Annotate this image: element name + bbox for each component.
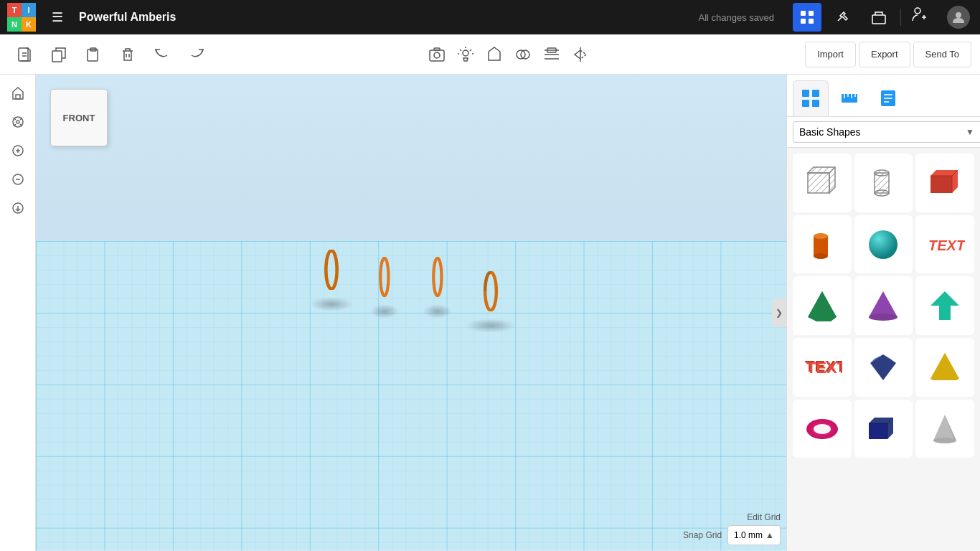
zoom-out-button[interactable] [5, 166, 31, 192]
logo-n: N [7, 17, 22, 32]
left-sidebar [0, 75, 36, 551]
snap-value-input[interactable]: 1.0 mm ▲ [727, 525, 781, 545]
logo-t: T [7, 3, 22, 17]
snap-value: 1.0 mm [734, 530, 763, 540]
svg-rect-19 [434, 48, 440, 50]
shape-3d-text[interactable]: TEXT [915, 215, 974, 274]
shape-cylinder-hole[interactable] [854, 154, 913, 212]
tab-notes[interactable] [870, 80, 906, 116]
undo-button[interactable] [146, 39, 178, 70]
svg-marker-94 [933, 415, 956, 441]
new-design-button[interactable] [9, 39, 40, 70]
camera-button[interactable] [424, 42, 450, 67]
shape-box[interactable] [915, 154, 974, 212]
ring-shadow-1 [310, 297, 353, 311]
svg-marker-86 [870, 354, 896, 380]
svg-point-18 [434, 52, 440, 58]
shape-pyramid-yellow[interactable] [915, 338, 974, 397]
logo-k: K [22, 17, 36, 32]
edit-grid-row: Edit Grid [747, 512, 781, 522]
svg-marker-90 [930, 353, 959, 380]
tools-button[interactable] [829, 3, 857, 32]
svg-point-71 [875, 190, 889, 196]
svg-rect-1 [809, 11, 814, 16]
svg-point-77 [869, 230, 897, 259]
shape-subtract-button[interactable] [481, 42, 507, 67]
ring-2 [364, 257, 405, 297]
svg-point-72 [875, 170, 889, 176]
send-to-button[interactable]: Send To [913, 42, 971, 67]
paste-button[interactable] [77, 39, 109, 70]
right-panel: Basic Shapes ▼ [786, 75, 980, 551]
svg-rect-3 [809, 19, 814, 24]
light-button[interactable] [453, 42, 479, 67]
svg-rect-4 [872, 15, 885, 24]
shapes-grid: TEXT [787, 148, 980, 551]
svg-rect-54 [802, 90, 809, 97]
project-title: Powerful Amberis [79, 11, 691, 24]
shape-cylinder[interactable] [793, 215, 852, 274]
export-button[interactable]: Export [859, 42, 910, 67]
shapes-button[interactable] [864, 3, 893, 32]
mirror-button[interactable] [567, 42, 593, 67]
shape-sphere[interactable] [854, 215, 913, 274]
zoom-in-button[interactable] [5, 138, 31, 164]
ring-shadow-3 [423, 304, 452, 319]
shape-library-select[interactable]: Basic Shapes [793, 121, 980, 143]
svg-rect-74 [814, 236, 828, 256]
panel-tabs [787, 75, 980, 117]
svg-marker-81 [869, 291, 897, 317]
shape-cone-grey[interactable] [915, 400, 974, 458]
import-button[interactable]: Import [805, 42, 856, 67]
delete-button[interactable] [112, 39, 143, 70]
main-area: FRONT [0, 75, 980, 551]
svg-point-82 [869, 314, 897, 321]
svg-point-95 [933, 438, 956, 443]
viewport[interactable]: FRONT [36, 75, 786, 551]
svg-rect-93 [869, 423, 887, 439]
tab-grid[interactable] [793, 80, 829, 116]
autosave-status: All changes saved [698, 12, 774, 23]
home-view-button[interactable] [5, 80, 31, 106]
edit-grid-button[interactable]: Edit Grid [747, 512, 781, 522]
svg-point-5 [915, 8, 920, 14]
shape-cone[interactable] [854, 276, 913, 335]
copy-button[interactable] [43, 39, 75, 70]
shape-intersect-button[interactable] [510, 42, 536, 67]
hamburger-menu-button[interactable]: ☰ [43, 3, 72, 32]
toolbar: Import Export Send To [0, 34, 980, 75]
snap-dropdown-icon[interactable]: ▲ [765, 530, 774, 540]
shape-prism[interactable] [915, 276, 974, 335]
add-user-button[interactable] [908, 3, 937, 32]
download-button[interactable] [5, 195, 31, 221]
svg-text:TEXT: TEXT [806, 359, 842, 377]
top-navigation: T I N K ☰ Powerful Amberis All changes s… [0, 0, 980, 34]
svg-marker-83 [930, 291, 959, 320]
fit-view-button[interactable] [5, 109, 31, 135]
user-avatar [947, 6, 970, 29]
panel-collapse-button[interactable]: ❯ [772, 298, 786, 327]
svg-rect-57 [812, 100, 819, 107]
tab-ruler[interactable] [831, 80, 867, 116]
tinkercad-logo[interactable]: T I N K [7, 3, 36, 32]
svg-point-75 [814, 253, 828, 259]
shape-torus[interactable] [793, 400, 852, 458]
ring-4 [471, 271, 511, 311]
svg-rect-68 [808, 173, 829, 193]
logo-i: I [22, 3, 36, 17]
svg-rect-55 [812, 90, 819, 97]
redo-button[interactable] [181, 39, 212, 70]
shape-box-hole[interactable] [793, 154, 852, 212]
shape-pyramid-green[interactable] [793, 276, 852, 335]
shape-gem[interactable] [854, 338, 913, 397]
shape-text[interactable]: TEXT TEXT [793, 338, 852, 397]
shape-selector: Basic Shapes ▼ [787, 117, 980, 148]
shape-cube-blue[interactable] [854, 400, 913, 458]
align-button[interactable] [539, 42, 565, 67]
user-avatar-button[interactable] [944, 3, 973, 32]
svg-point-8 [956, 12, 961, 18]
svg-point-20 [463, 50, 468, 56]
ring-group [311, 264, 511, 304]
grid-view-button[interactable] [793, 3, 821, 32]
svg-rect-33 [16, 95, 20, 99]
